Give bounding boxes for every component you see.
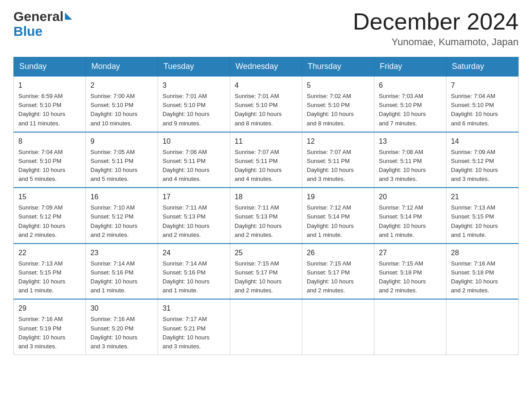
day-number: 25 [235, 248, 297, 258]
day-number: 31 [163, 303, 225, 314]
day-info: Sunrise: 7:11 AMSunset: 5:13 PMDaylight:… [163, 203, 225, 240]
day-info: Sunrise: 7:15 AMSunset: 5:17 PMDaylight:… [235, 259, 297, 295]
week-row-1: 1Sunrise: 6:59 AMSunset: 5:10 PMDaylight… [14, 76, 519, 132]
day-cell: 9Sunrise: 7:05 AMSunset: 5:11 PMDaylight… [86, 132, 158, 188]
day-info: Sunrise: 7:14 AMSunset: 5:16 PMDaylight:… [163, 259, 225, 295]
day-cell: 21Sunrise: 7:13 AMSunset: 5:15 PMDayligh… [446, 188, 519, 244]
day-info: Sunrise: 7:16 AMSunset: 5:20 PMDaylight:… [90, 315, 153, 351]
day-cell: 7Sunrise: 7:04 AMSunset: 5:10 PMDaylight… [446, 76, 519, 132]
day-number: 23 [90, 248, 153, 258]
day-cell: 23Sunrise: 7:14 AMSunset: 5:16 PMDayligh… [86, 244, 158, 300]
day-number: 13 [379, 136, 442, 147]
month-title: December 2024 [353, 9, 519, 34]
day-number: 15 [18, 192, 81, 202]
day-info: Sunrise: 7:15 AMSunset: 5:17 PMDaylight:… [307, 259, 369, 295]
day-cell: 1Sunrise: 6:59 AMSunset: 5:10 PMDaylight… [14, 76, 86, 132]
day-cell: 17Sunrise: 7:11 AMSunset: 5:13 PMDayligh… [158, 188, 230, 244]
day-cell: 27Sunrise: 7:15 AMSunset: 5:18 PMDayligh… [374, 244, 446, 300]
day-cell: 8Sunrise: 7:04 AMSunset: 5:10 PMDaylight… [14, 132, 86, 188]
logo-triangle-icon [65, 13, 72, 20]
day-number: 22 [18, 248, 81, 258]
day-number: 10 [163, 136, 225, 147]
day-cell: 28Sunrise: 7:16 AMSunset: 5:18 PMDayligh… [446, 244, 519, 300]
day-cell: 29Sunrise: 7:16 AMSunset: 5:19 PMDayligh… [14, 299, 86, 355]
day-number: 11 [235, 136, 297, 147]
day-cell: 4Sunrise: 7:01 AMSunset: 5:10 PMDaylight… [230, 76, 302, 132]
day-cell: 24Sunrise: 7:14 AMSunset: 5:16 PMDayligh… [158, 244, 230, 300]
day-cell: 19Sunrise: 7:12 AMSunset: 5:14 PMDayligh… [302, 188, 374, 244]
column-header-monday: Monday [86, 57, 158, 77]
day-info: Sunrise: 7:16 AMSunset: 5:18 PMDaylight:… [451, 259, 514, 295]
day-cell: 5Sunrise: 7:02 AMSunset: 5:10 PMDaylight… [302, 76, 374, 132]
logo: General Blue [13, 9, 72, 39]
calendar-table: SundayMondayTuesdayWednesdayThursdayFrid… [13, 57, 519, 355]
day-number: 26 [307, 248, 369, 258]
day-number: 21 [451, 192, 514, 202]
location-title: Yunomae, Kumamoto, Japan [353, 36, 519, 48]
day-number: 7 [451, 80, 514, 91]
day-number: 8 [18, 136, 81, 147]
day-number: 9 [90, 136, 153, 147]
day-cell [446, 299, 519, 355]
day-info: Sunrise: 7:01 AMSunset: 5:10 PMDaylight:… [163, 92, 225, 128]
day-number: 24 [163, 248, 225, 258]
day-number: 4 [235, 80, 297, 91]
day-info: Sunrise: 6:59 AMSunset: 5:10 PMDaylight:… [18, 92, 81, 128]
day-number: 19 [307, 192, 369, 202]
day-number: 5 [307, 80, 369, 91]
day-info: Sunrise: 7:00 AMSunset: 5:10 PMDaylight:… [90, 92, 153, 128]
day-info: Sunrise: 7:05 AMSunset: 5:11 PMDaylight:… [90, 148, 153, 184]
week-row-4: 22Sunrise: 7:13 AMSunset: 5:15 PMDayligh… [14, 244, 519, 300]
column-header-saturday: Saturday [446, 57, 519, 77]
week-row-2: 8Sunrise: 7:04 AMSunset: 5:10 PMDaylight… [14, 132, 519, 188]
day-number: 27 [379, 248, 442, 258]
column-header-thursday: Thursday [302, 57, 374, 77]
day-info: Sunrise: 7:10 AMSunset: 5:12 PMDaylight:… [90, 203, 153, 240]
day-info: Sunrise: 7:13 AMSunset: 5:15 PMDaylight:… [451, 203, 514, 240]
day-info: Sunrise: 7:09 AMSunset: 5:12 PMDaylight:… [18, 203, 81, 240]
day-cell: 22Sunrise: 7:13 AMSunset: 5:15 PMDayligh… [14, 244, 86, 300]
day-cell: 3Sunrise: 7:01 AMSunset: 5:10 PMDaylight… [158, 76, 230, 132]
day-info: Sunrise: 7:12 AMSunset: 5:14 PMDaylight:… [307, 203, 369, 240]
day-cell: 2Sunrise: 7:00 AMSunset: 5:10 PMDaylight… [86, 76, 158, 132]
day-cell: 31Sunrise: 7:17 AMSunset: 5:21 PMDayligh… [158, 299, 230, 355]
day-info: Sunrise: 7:09 AMSunset: 5:12 PMDaylight:… [451, 148, 514, 184]
day-cell: 13Sunrise: 7:08 AMSunset: 5:11 PMDayligh… [374, 132, 446, 188]
day-number: 18 [235, 192, 297, 202]
day-info: Sunrise: 7:04 AMSunset: 5:10 PMDaylight:… [18, 148, 81, 184]
day-info: Sunrise: 7:04 AMSunset: 5:10 PMDaylight:… [451, 92, 514, 128]
day-info: Sunrise: 7:15 AMSunset: 5:18 PMDaylight:… [379, 259, 442, 295]
day-info: Sunrise: 7:06 AMSunset: 5:11 PMDaylight:… [163, 148, 225, 184]
header-row: SundayMondayTuesdayWednesdayThursdayFrid… [14, 57, 519, 77]
day-cell: 6Sunrise: 7:03 AMSunset: 5:10 PMDaylight… [374, 76, 446, 132]
day-info: Sunrise: 7:07 AMSunset: 5:11 PMDaylight:… [307, 148, 369, 184]
week-row-3: 15Sunrise: 7:09 AMSunset: 5:12 PMDayligh… [14, 188, 519, 244]
day-cell [374, 299, 446, 355]
week-row-5: 29Sunrise: 7:16 AMSunset: 5:19 PMDayligh… [14, 299, 519, 355]
day-info: Sunrise: 7:03 AMSunset: 5:10 PMDaylight:… [379, 92, 442, 128]
day-info: Sunrise: 7:14 AMSunset: 5:16 PMDaylight:… [90, 259, 153, 295]
day-number: 6 [379, 80, 442, 91]
page-header: General Blue December 2024 Yunomae, Kuma… [13, 9, 519, 48]
logo-general: General [13, 9, 64, 24]
day-number: 3 [163, 80, 225, 91]
column-header-tuesday: Tuesday [158, 57, 230, 77]
day-cell [230, 299, 302, 355]
day-number: 14 [451, 136, 514, 147]
day-info: Sunrise: 7:17 AMSunset: 5:21 PMDaylight:… [163, 315, 225, 351]
column-header-wednesday: Wednesday [230, 57, 302, 77]
day-cell: 10Sunrise: 7:06 AMSunset: 5:11 PMDayligh… [158, 132, 230, 188]
day-number: 17 [163, 192, 225, 202]
day-number: 28 [451, 248, 514, 258]
day-number: 30 [90, 303, 153, 314]
day-cell: 26Sunrise: 7:15 AMSunset: 5:17 PMDayligh… [302, 244, 374, 300]
day-cell: 25Sunrise: 7:15 AMSunset: 5:17 PMDayligh… [230, 244, 302, 300]
day-number: 12 [307, 136, 369, 147]
day-info: Sunrise: 7:12 AMSunset: 5:14 PMDaylight:… [379, 203, 442, 240]
day-number: 29 [18, 303, 81, 314]
day-number: 16 [90, 192, 153, 202]
day-number: 2 [90, 80, 153, 91]
day-info: Sunrise: 7:02 AMSunset: 5:10 PMDaylight:… [307, 92, 369, 128]
day-cell [302, 299, 374, 355]
day-cell: 15Sunrise: 7:09 AMSunset: 5:12 PMDayligh… [14, 188, 86, 244]
